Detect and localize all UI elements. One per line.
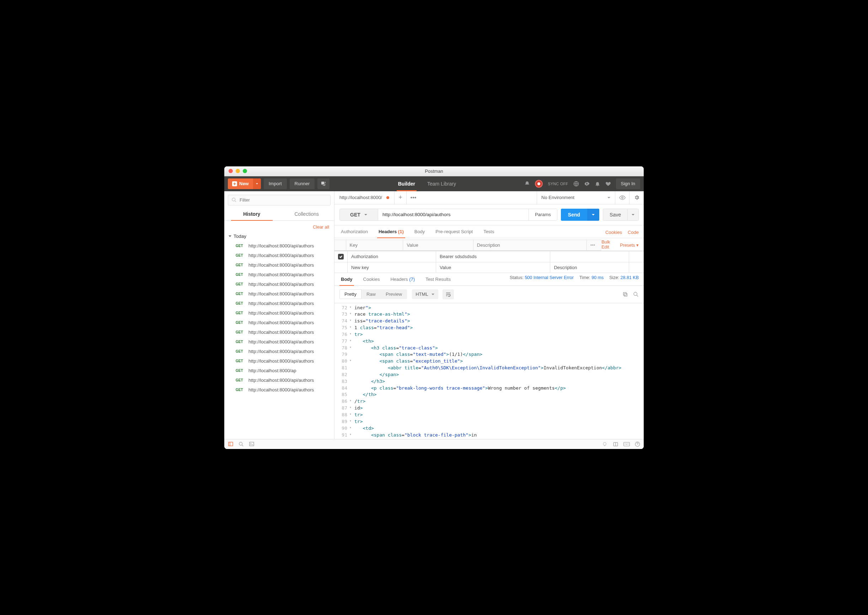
header-row[interactable]: Authorization Bearer sdsdsdsds: [335, 251, 644, 262]
add-tab-button[interactable]: +: [394, 191, 407, 204]
history-item[interactable]: GEThttp://localhost:8000/api/authors: [228, 260, 330, 270]
runner-button[interactable]: Runner: [290, 178, 315, 189]
method-badge: GET: [236, 292, 245, 296]
history-item[interactable]: GEThttp://localhost:8000/api/authors: [228, 279, 330, 289]
settings-icon[interactable]: [584, 181, 590, 187]
subtab-headers[interactable]: Headers (1): [377, 225, 405, 238]
history-item[interactable]: GEThttp://localhost:8000/api/authors: [228, 308, 330, 318]
help-button[interactable]: [635, 441, 640, 447]
resp-tab-tests[interactable]: Test Results: [424, 273, 452, 286]
sidebar-tab-history[interactable]: History: [224, 208, 279, 220]
environment-label: No Environment: [541, 195, 574, 200]
resp-tab-body[interactable]: Body: [340, 273, 354, 286]
history-item[interactable]: GEThttp://localhost:8000/api/authors: [228, 375, 330, 385]
history-item[interactable]: GEThttp://localhost:8000/api/authors: [228, 328, 330, 337]
sync-icon[interactable]: [535, 180, 543, 188]
resp-tab-cookies[interactable]: Cookies: [362, 273, 382, 286]
history-item[interactable]: GEThttp://localhost:8000/api/authors: [228, 251, 330, 260]
search-response-button[interactable]: [633, 292, 639, 297]
history-item[interactable]: GEThttp://localhost:8000/api/authors: [228, 270, 330, 279]
history-item[interactable]: GEThttp://localhost:8000/api/authors: [228, 356, 330, 366]
code-line: 81 <abbr title="Auth0\SDK\Exception\Inva…: [335, 365, 644, 371]
history-item[interactable]: GEThttp://localhost:8000/api/authors: [228, 289, 330, 299]
interceptor-icon[interactable]: [524, 181, 530, 187]
send-button[interactable]: Send: [561, 209, 587, 221]
history-item[interactable]: GEThttp://localhost:8000/api/authors: [228, 299, 330, 308]
history-item[interactable]: GEThttp://localhost:8000/api/authors: [228, 385, 330, 395]
format-select[interactable]: HTML: [412, 289, 438, 299]
response-body[interactable]: 72▾iner">73▾race trace-as-html">74▾iss="…: [335, 303, 644, 439]
tab-menu-button[interactable]: •••: [407, 194, 420, 201]
environment-settings-button[interactable]: [630, 191, 644, 204]
signin-button[interactable]: Sign In: [616, 178, 640, 189]
history-url: http://localhost:8000/api/authors: [248, 243, 314, 248]
two-pane-button[interactable]: [613, 441, 619, 447]
filter-input[interactable]: [228, 195, 330, 206]
subtab-prerequest[interactable]: Pre-request Script: [434, 225, 474, 238]
environment-quicklook-button[interactable]: [615, 191, 630, 204]
subtab-tests[interactable]: Tests: [482, 225, 496, 238]
history-item[interactable]: GEThttp://localhost:8000/api/authors: [228, 241, 330, 251]
history-item[interactable]: GEThttp://localhost:8000/api/authors: [228, 318, 330, 328]
heart-icon[interactable]: [605, 181, 611, 187]
history-item[interactable]: GEThttp://localhost:8000/api/authors: [228, 337, 330, 347]
console-button[interactable]: [249, 441, 254, 447]
history-item[interactable]: GEThttp://localhost:8000/api/authors: [228, 347, 330, 356]
history-item[interactable]: GEThttp://localhost:8000/ap: [228, 366, 330, 375]
tab-team-library[interactable]: Team Library: [426, 176, 457, 191]
code-link[interactable]: Code: [628, 229, 639, 235]
header-desc-cell[interactable]: [550, 251, 629, 262]
method-badge: GET: [236, 378, 245, 382]
params-button[interactable]: Params: [528, 209, 557, 220]
request-tab-title: http://localhost:8000/: [340, 195, 382, 200]
environment-select[interactable]: No Environment: [537, 191, 615, 204]
header-desc-placeholder[interactable]: Description: [550, 262, 629, 273]
view-preview[interactable]: Preview: [381, 289, 407, 299]
resp-tab-headers[interactable]: Headers (7): [389, 273, 416, 286]
sidebar-tab-collections[interactable]: Collections: [279, 208, 335, 220]
columns-menu[interactable]: •••: [591, 242, 595, 248]
import-button[interactable]: Import: [264, 178, 287, 189]
header-key-cell[interactable]: Authorization: [348, 251, 436, 262]
new-button-label: New: [239, 181, 249, 186]
tab-builder[interactable]: Builder: [397, 176, 416, 191]
method-select[interactable]: GET: [340, 209, 378, 220]
code-line: 74▾iss="trace-details">: [335, 318, 644, 325]
new-window-button[interactable]: [318, 178, 329, 189]
keyboard-shortcuts-button[interactable]: [623, 441, 630, 447]
code-line: 82 </span>: [335, 371, 644, 378]
view-raw[interactable]: Raw: [362, 289, 381, 299]
history-url: http://localhost:8000/api/authors: [248, 311, 314, 316]
copy-response-button[interactable]: [622, 292, 628, 297]
send-dropdown[interactable]: [587, 209, 599, 221]
clear-all-link[interactable]: Clear all: [313, 225, 329, 229]
request-tab[interactable]: http://localhost:8000/: [335, 191, 394, 204]
header-value-cell[interactable]: Bearer sdsdsdsds: [436, 251, 550, 262]
notifications-icon[interactable]: [595, 181, 600, 187]
checkbox-checked-icon[interactable]: [338, 254, 344, 259]
wrap-lines-button[interactable]: [443, 289, 454, 299]
proxy-icon[interactable]: [573, 181, 579, 187]
sync-label: SYNC OFF: [548, 182, 568, 186]
header-new-row[interactable]: New key Value Description: [335, 262, 644, 273]
bootcamp-button[interactable]: [603, 441, 608, 447]
history-url: http://localhost:8000/api/authors: [248, 253, 314, 258]
cookies-link[interactable]: Cookies: [605, 229, 622, 235]
toggle-sidebar-button[interactable]: [228, 441, 234, 447]
method-badge: GET: [236, 330, 245, 334]
bulk-edit-link[interactable]: Bulk Edit: [602, 240, 614, 250]
new-button-dropdown[interactable]: [253, 178, 261, 189]
view-pretty[interactable]: Pretty: [340, 289, 362, 299]
subtab-authorization[interactable]: Authorization: [340, 225, 369, 238]
find-button[interactable]: [238, 441, 244, 447]
new-button[interactable]: + New: [228, 178, 253, 189]
history-url: http://localhost:8000/api/authors: [248, 272, 314, 277]
header-value-placeholder[interactable]: Value: [436, 262, 550, 273]
save-button[interactable]: Save: [603, 209, 627, 221]
header-key-placeholder[interactable]: New key: [348, 262, 436, 273]
presets-link[interactable]: Presets ▾: [620, 242, 639, 248]
subtab-body[interactable]: Body: [413, 225, 427, 238]
save-dropdown[interactable]: [627, 209, 639, 221]
history-group-today[interactable]: Today: [228, 231, 330, 241]
url-input[interactable]: [378, 209, 528, 220]
